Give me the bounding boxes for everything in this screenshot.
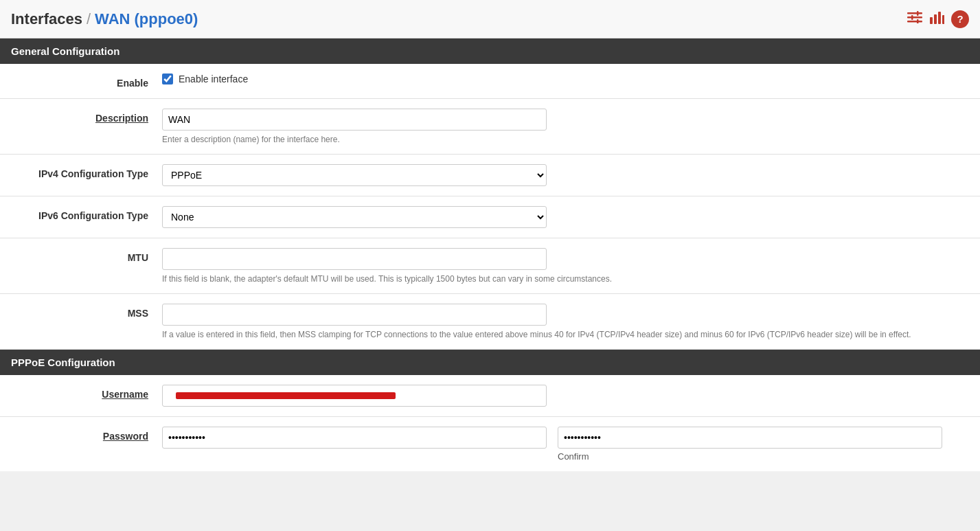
- svg-rect-3: [917, 11, 919, 16]
- ipv4-label: IPv4 Configuration Type: [11, 164, 162, 179]
- mss-content: If a value is entered in this field, the…: [162, 304, 969, 339]
- password-confirm-input[interactable]: [558, 427, 942, 449]
- general-config-header: General Configuration: [0, 38, 980, 64]
- svg-rect-7: [934, 14, 937, 24]
- description-content: Enter a description (name) for the inter…: [162, 109, 969, 144]
- mtu-content: If this field is blank, the adapter's de…: [162, 248, 969, 284]
- password-label[interactable]: Password: [11, 427, 162, 442]
- mss-help: If a value is entered in this field, the…: [162, 330, 969, 339]
- mtu-input[interactable]: [162, 248, 547, 270]
- svg-rect-0: [907, 12, 922, 14]
- svg-rect-8: [938, 12, 941, 24]
- mss-row: MSS If a value is entered in this field,…: [0, 294, 980, 350]
- username-label[interactable]: Username: [11, 385, 162, 400]
- enable-label: Enable: [11, 74, 162, 89]
- ipv4-config-select[interactable]: PPPoE None Static IPv4 DHCP PPP PPTP L2T…: [162, 164, 547, 186]
- chart-icon[interactable]: [929, 10, 944, 27]
- sliders-icon[interactable]: [907, 11, 922, 27]
- main-content: General Configuration Enable Enable inte…: [0, 38, 980, 471]
- svg-rect-1: [907, 16, 922, 19]
- enable-content: Enable interface: [162, 74, 969, 84]
- mss-input[interactable]: [162, 304, 547, 326]
- breadcrumb-separator: /: [87, 10, 91, 28]
- enable-row: Enable Enable interface: [0, 64, 980, 99]
- description-input[interactable]: [162, 109, 547, 131]
- pppoe-config-header: PPPoE Configuration: [0, 350, 980, 375]
- mss-label: MSS: [11, 304, 162, 319]
- username-input[interactable]: [162, 385, 547, 407]
- description-help: Enter a description (name) for the inter…: [162, 135, 969, 144]
- ipv6-config-row: IPv6 Configuration Type None Static IPv6…: [0, 196, 980, 238]
- password-content: Confirm: [162, 427, 969, 462]
- breadcrumb-wan: WAN (pppoe0): [95, 10, 198, 28]
- username-wrapper: [162, 385, 547, 407]
- password-row: Password Confirm: [0, 417, 980, 471]
- mtu-label: MTU: [11, 248, 162, 263]
- confirm-label: Confirm: [558, 451, 942, 462]
- enable-checkbox-row: Enable interface: [162, 74, 969, 84]
- username-row: Username: [0, 375, 980, 417]
- svg-rect-4: [911, 15, 913, 20]
- ipv6-label: IPv6 Configuration Type: [11, 206, 162, 221]
- enable-checkbox[interactable]: [162, 74, 173, 84]
- svg-rect-6: [930, 17, 933, 24]
- svg-rect-9: [942, 15, 944, 24]
- ipv6-config-select[interactable]: None Static IPv6 DHCPv6 SLAAC 6rd Tunnel…: [162, 206, 547, 228]
- password-fields: Confirm: [162, 427, 969, 462]
- mtu-help: If this field is blank, the adapter's de…: [162, 274, 969, 284]
- help-icon[interactable]: ?: [951, 10, 969, 28]
- password-confirm-wrapper: Confirm: [558, 427, 942, 462]
- svg-rect-2: [907, 21, 922, 23]
- breadcrumb: Interfaces / WAN (pppoe0): [11, 10, 198, 28]
- ipv6-content: None Static IPv6 DHCPv6 SLAAC 6rd Tunnel…: [162, 206, 969, 228]
- page-header: Interfaces / WAN (pppoe0) ?: [0, 0, 980, 38]
- mtu-row: MTU If this field is blank, the adapter'…: [0, 238, 980, 294]
- svg-rect-5: [917, 19, 919, 23]
- ipv4-config-row: IPv4 Configuration Type PPPoE None Stati…: [0, 155, 980, 196]
- ipv4-content: PPPoE None Static IPv4 DHCP PPP PPTP L2T…: [162, 164, 969, 186]
- password-input[interactable]: [162, 427, 547, 449]
- breadcrumb-interfaces: Interfaces: [11, 10, 82, 28]
- header-icons: ?: [907, 10, 969, 28]
- username-content: [162, 385, 969, 407]
- description-row: Description Enter a description (name) f…: [0, 99, 980, 155]
- description-label[interactable]: Description: [11, 109, 162, 124]
- enable-checkbox-label[interactable]: Enable interface: [179, 74, 248, 84]
